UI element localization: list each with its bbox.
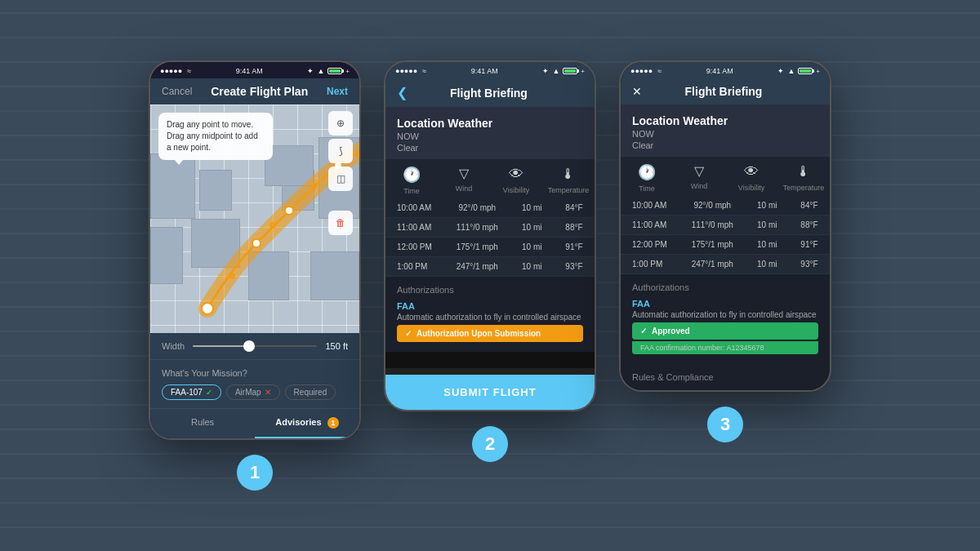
tag-faa107[interactable]: FAA-107 ✓ <box>162 384 221 400</box>
status-bar-3: ●●●●● ≈ 9:41 AM ✦ ▲ + <box>621 62 830 78</box>
submit-flight-button[interactable]: SUBMIT FLIGHT <box>385 375 595 410</box>
weather-row: 11:00 AM111°/0 mph10 mi88°F <box>385 218 595 238</box>
weather-table-2: 10:00 AM92°/0 mph10 mi84°F11:00 AM111°/0… <box>385 198 595 277</box>
weather-icons-row-2: 🕐 Time ▽ Wind 👁 Visibility 🌡 Temperature <box>385 159 595 198</box>
auth-desc-2: Automatic authorization to fly in contro… <box>397 313 583 322</box>
time-icon-3: 🕐 <box>621 163 673 181</box>
auth-section-title-3: Authorizations <box>632 282 818 292</box>
mission-section: What's Your Mission? FAA-107 ✓ AirMap ✕ … <box>150 359 359 408</box>
vis-label-3: Visibility <box>725 184 777 192</box>
svg-point-6 <box>270 222 276 229</box>
screen1-wrapper: ●●●●● ≈ 9:41 AM ✦ ▲ + Cancel Create Flig… <box>149 60 361 491</box>
delete-button[interactable]: 🗑 <box>328 211 353 235</box>
map-sidebar-buttons: ⊕ ⟆ ◫ 🗑 <box>328 111 353 235</box>
weather-col-wind-3: ▽ Wind <box>673 163 725 193</box>
screen1-header: Cancel Create Flight Plan Next <box>150 78 359 104</box>
lw-sub2-2: Clear <box>397 143 583 153</box>
auth-section-title-2: Authorizations <box>397 285 583 295</box>
weather-row: 12:00 PM175°/1 mph10 mi91°F <box>385 238 595 257</box>
bluetooth-icon-2: ✦ <box>542 67 549 75</box>
lw-sub1-3: NOW <box>632 129 818 139</box>
auth-status-pending-2: ✓ Authorization Upon Submission <box>397 325 583 342</box>
weather-row: 10:00 AM92°/0 mph10 mi84°F <box>621 196 830 216</box>
checkmark-icon: ✓ <box>206 388 212 397</box>
battery-icon-3 <box>798 68 813 74</box>
tabs-bar: Rules Advisories 1 <box>150 408 359 438</box>
battery-icon-2 <box>563 68 577 74</box>
status-bar-1: ●●●●● ≈ 9:41 AM ✦ ▲ + <box>150 62 359 78</box>
weather-col-temp-2: 🌡 Temperature <box>542 166 595 195</box>
width-slider[interactable] <box>193 345 317 347</box>
checkmark-approved-icon: ✓ <box>640 327 647 335</box>
cancel-button[interactable]: Cancel <box>162 86 192 97</box>
tab-rules[interactable]: Rules <box>150 409 255 438</box>
wind-label-2: Wind <box>438 184 490 193</box>
wind-label-3: Wind <box>673 182 725 190</box>
time-icon-2: 🕐 <box>385 166 438 184</box>
time-label-2: Time <box>385 187 438 195</box>
signal-icon-2: ●●●●● <box>395 67 417 75</box>
status-time-1: 9:41 AM <box>236 67 263 75</box>
auth-status-approved-3: ✓ Approved <box>632 322 818 340</box>
lw-sub2-3: Clear <box>632 140 818 150</box>
screen2-header: ❮ Flight Briefing <box>385 78 595 107</box>
status-time-3: 9:41 AM <box>706 67 733 75</box>
layers-button[interactable]: ◫ <box>328 167 353 191</box>
wind-icon-2: ▽ <box>438 166 490 181</box>
temp-label-2: Temperature <box>542 186 595 194</box>
next-button[interactable]: Next <box>327 86 348 97</box>
bluetooth-icon: ✦ <box>307 67 314 75</box>
auth-confirmation-3: FAA confirmation number: A12345678 <box>632 341 818 354</box>
svg-point-5 <box>229 273 235 279</box>
auth-provider-3: FAA <box>632 299 818 309</box>
x-icon: ✕ <box>265 388 271 397</box>
step-2-number: 2 <box>472 426 508 462</box>
width-value: 150 ft <box>325 341 348 351</box>
tag-airmap[interactable]: AirMap ✕ <box>226 384 280 400</box>
back-button[interactable]: ❮ <box>397 85 408 100</box>
mission-label: What's Your Mission? <box>162 368 348 378</box>
bluetooth-icon-3: ✦ <box>777 67 784 75</box>
weather-col-vis-3: 👁 Visibility <box>725 163 777 193</box>
auth-desc-3: Automatic authorization to fly in contro… <box>632 310 818 319</box>
screen3-phone: ●●●●● ≈ 9:41 AM ✦ ▲ + ✕ Flight Briefing <box>619 60 831 392</box>
crosshair-button[interactable]: ⊕ <box>328 111 353 136</box>
screen1-title: Create Flight Plan <box>211 85 308 98</box>
status-time-2: 9:41 AM <box>471 67 498 75</box>
status-bar-2: ●●●●● ≈ 9:41 AM ✦ ▲ + <box>385 62 595 78</box>
auth-section-2: Authorizations FAA Automatic authorizati… <box>385 277 595 352</box>
dark-strip-2 <box>385 352 595 368</box>
wifi-icon-2: ≈ <box>422 67 426 75</box>
weather-row: 1:00 PM247°/1 mph10 mi93°F <box>621 255 830 274</box>
weather-icons-row-3: 🕐 Time ▽ Wind 👁 Visibility 🌡 Temperature <box>621 157 830 196</box>
auth-provider-2: FAA <box>397 301 583 311</box>
screen2-wrapper: ●●●●● ≈ 9:41 AM ✦ ▲ + ❮ Flight Briefing <box>384 60 596 462</box>
temp-label-3: Temperature <box>777 184 830 192</box>
mission-tags: FAA-107 ✓ AirMap ✕ Required <box>162 384 348 400</box>
tag-airmap-label: AirMap <box>235 388 261 397</box>
tag-required-label: Required <box>294 388 327 397</box>
auth-section-3: Authorizations FAA Automatic authorizati… <box>621 274 830 364</box>
weather-col-temp-3: 🌡 Temperature <box>777 163 830 193</box>
weather-row: 10:00 AM92°/0 mph10 mi84°F <box>385 198 595 218</box>
screen3-header: ✕ Flight Briefing <box>621 78 830 104</box>
weather-row: 1:00 PM247°/1 mph10 mi93°F <box>385 257 595 277</box>
svg-point-7 <box>310 183 317 189</box>
location-weather-3: Location Weather NOW Clear <box>621 104 830 157</box>
screen1-phone: ●●●●● ≈ 9:41 AM ✦ ▲ + Cancel Create Flig… <box>149 60 361 440</box>
width-label: Width <box>162 341 185 351</box>
signal-icon-3: ●●●●● <box>630 67 653 75</box>
close-button-3[interactable]: ✕ <box>632 85 642 98</box>
location-weather-2: Location Weather NOW Clear <box>385 107 595 159</box>
wifi-icon-3: ≈ <box>657 67 662 75</box>
battery-icon <box>327 68 342 74</box>
tag-required[interactable]: Required <box>285 384 336 400</box>
map-area[interactable]: Drag any point to move. Drag any midpoin… <box>150 104 359 333</box>
weather-col-time-3: 🕐 Time <box>621 163 673 193</box>
checkmark-pending-icon: ✓ <box>405 329 412 338</box>
wind-icon-3: ▽ <box>673 163 725 179</box>
route-button[interactable]: ⟆ <box>328 139 353 163</box>
tag-faa107-label: FAA-107 <box>171 388 203 397</box>
tab-advisories[interactable]: Advisories 1 <box>255 409 359 438</box>
visibility-icon-3: 👁 <box>725 163 777 180</box>
